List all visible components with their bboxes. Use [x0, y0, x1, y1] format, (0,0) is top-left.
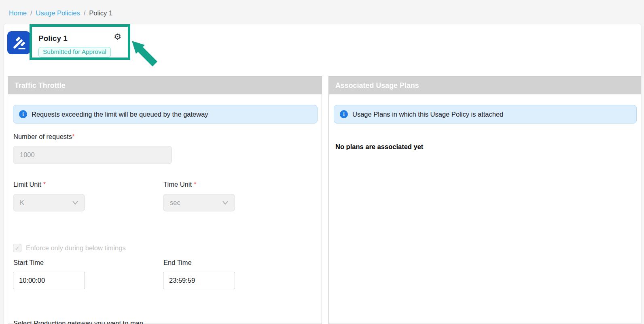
- gear-icon[interactable]: ⚙: [114, 33, 121, 41]
- chevron-down-icon: [222, 201, 228, 205]
- limit-unit-label: Limit Unit*: [13, 181, 46, 188]
- time-unit-label: Time Unit*: [163, 181, 196, 188]
- limit-unit-select[interactable]: K: [13, 194, 85, 211]
- traffic-throttle-info-alert: i Requests exceeding the limit will be q…: [13, 105, 318, 124]
- status-badge: Submitted for Approval: [38, 47, 111, 58]
- enforce-timings-row: ✓ Enforce only during below timings: [13, 244, 126, 252]
- annotation-arrow-icon: [130, 39, 159, 70]
- info-alert-text: Usage Plans in which this Usage Policy i…: [352, 111, 503, 118]
- check-icon: ✓: [15, 245, 20, 252]
- info-icon: i: [340, 110, 348, 118]
- time-unit-select[interactable]: sec: [163, 194, 235, 211]
- required-asterisk: *: [72, 133, 74, 140]
- enforce-timings-label: Enforce only during below timings: [26, 244, 126, 252]
- enforce-timings-checkbox[interactable]: ✓: [13, 244, 21, 252]
- policy-type-icon-tile: [7, 31, 30, 54]
- associated-usage-plans-panel-title: Associated Usage Plans: [329, 77, 641, 94]
- breadcrumb-home-link[interactable]: Home: [9, 9, 27, 17]
- associated-usage-plans-panel: Associated Usage Plans i Usage Plans in …: [328, 76, 641, 324]
- number-of-requests-input[interactable]: 1000: [13, 146, 172, 164]
- gavel-icon: [12, 36, 26, 50]
- traffic-throttle-panel-title: Traffic Throttle: [8, 77, 322, 94]
- info-icon: i: [19, 110, 27, 118]
- chevron-down-icon: [72, 201, 78, 205]
- breadcrumb-usage-policies-link[interactable]: Usage Policies: [36, 9, 80, 17]
- breadcrumb-separator: /: [30, 9, 32, 17]
- page-title: Policy 1: [38, 34, 68, 43]
- required-asterisk: *: [43, 181, 46, 188]
- start-time-input[interactable]: [13, 272, 85, 289]
- breadcrumb-current-page: Policy 1: [89, 9, 112, 17]
- number-of-requests-label: Number of requests*: [13, 133, 74, 141]
- annotation-highlight-box: Policy 1 ⚙ Submitted for Approval: [30, 24, 130, 60]
- info-alert-text: Requests exceeding the limit will be que…: [32, 111, 208, 118]
- end-time-input[interactable]: [163, 272, 235, 289]
- no-plans-text: No plans are associated yet: [335, 143, 423, 151]
- end-time-label: End Time: [163, 259, 192, 266]
- required-asterisk: *: [194, 181, 196, 188]
- select-gateway-text: Select Production gateway you want to ma…: [13, 320, 143, 324]
- breadcrumb-separator: /: [84, 9, 86, 17]
- breadcrumb: Home / Usage Policies / Policy 1: [9, 9, 112, 17]
- start-time-label: Start Time: [13, 259, 44, 266]
- usage-plans-info-alert: i Usage Plans in which this Usage Policy…: [334, 105, 637, 124]
- traffic-throttle-panel: Traffic Throttle i Requests exceeding th…: [8, 76, 322, 324]
